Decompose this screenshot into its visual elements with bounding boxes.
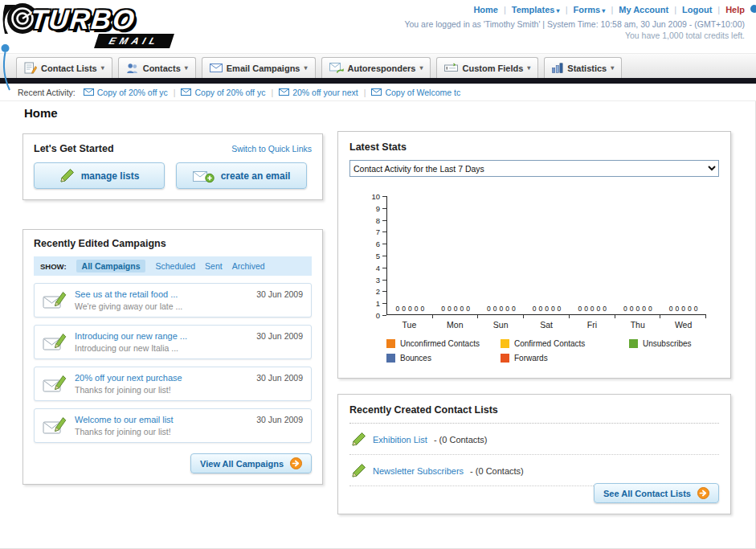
- switch-to-quick-links-link[interactable]: Switch to Quick Links: [231, 144, 312, 154]
- legend-swatch-icon: [501, 339, 509, 348]
- contact-list-link[interactable]: Newsletter Subscribers: [373, 466, 464, 476]
- contact-list-count: - (0 Contacts): [470, 466, 524, 476]
- campaign-title-link[interactable]: Welcome to our email list: [75, 415, 248, 424]
- campaign-title-link[interactable]: Introducing our new range ...: [75, 331, 248, 341]
- topnav-link-logout[interactable]: Logout: [682, 5, 712, 14]
- create-an-email-button[interactable]: create an email: [176, 162, 307, 189]
- chevron-down-icon: ▾: [304, 64, 307, 72]
- top-navigation: Home|Templates ▾|Forms ▾|My Account|Logo…: [473, 5, 745, 14]
- tab-contact-lists[interactable]: Contact Lists▾: [16, 57, 112, 78]
- data-value-label: 0: [533, 305, 537, 313]
- get-started-title: Let's Get Started: [34, 143, 114, 154]
- contact-list-row[interactable]: Newsletter Subscribers- (0 Contacts): [349, 455, 719, 486]
- chart-category-group: 00000: [570, 196, 615, 314]
- activity-item[interactable]: Copy of Welcome tc: [371, 88, 460, 97]
- y-axis-tick-label: 4: [349, 264, 380, 272]
- campaign-row[interactable]: Welcome to our email listThanks for join…: [34, 408, 312, 443]
- y-axis-tick-label: 0: [349, 311, 380, 320]
- chart-plot-area: 00000000000000000000000000000000000: [386, 196, 706, 315]
- tab-custom-fields[interactable]: Custom Fields▾: [436, 57, 538, 78]
- y-axis-tick-label: 5: [349, 252, 380, 260]
- chart-category-group: 00000: [524, 196, 570, 314]
- data-value-label: 0: [487, 305, 491, 313]
- y-axis-tick: [382, 303, 386, 304]
- filter-archived[interactable]: Archived: [232, 261, 265, 271]
- view-all-campaigns-button[interactable]: View All Campaigns: [190, 453, 312, 473]
- data-value-label: 0: [460, 305, 464, 313]
- tab-autoresponders[interactable]: Autoresponders▾: [321, 57, 431, 78]
- campaign-row[interactable]: 20% off your next purchaseThanks for joi…: [34, 367, 312, 401]
- envelope-icon: [181, 88, 191, 96]
- filter-all-campaigns[interactable]: All Campaigns: [76, 260, 146, 272]
- data-value-label: 0: [558, 305, 562, 313]
- campaign-filters: All CampaignsScheduledSentArchived: [76, 260, 265, 272]
- data-value-label: 0: [630, 305, 634, 313]
- campaign-title-link[interactable]: See us at the retail food ...: [75, 289, 248, 299]
- statistics-icon: [552, 63, 563, 73]
- recently-created-contact-lists-panel: Recently Created Contact Lists Exhibitio…: [337, 394, 731, 514]
- filter-scheduled[interactable]: Scheduled: [155, 261, 195, 271]
- campaign-list: See us at the retail food ...We're givin…: [23, 283, 322, 443]
- y-axis-tick-label: 2: [349, 287, 380, 296]
- tab-contacts[interactable]: Contacts▾: [118, 57, 196, 78]
- legend-item: Confirmed Contacts: [501, 339, 629, 348]
- recently-edited-campaigns-panel: Recently Edited Campaigns SHOW: All Camp…: [22, 229, 323, 485]
- contact-list-rows: Exhibition List- (0 Contacts)Newsletter …: [349, 423, 719, 486]
- x-axis-tick: [523, 315, 524, 318]
- campaign-row[interactable]: See us at the retail food ...We're givin…: [34, 283, 312, 318]
- legend-item: Bounces: [386, 354, 501, 363]
- tab-email-campaigns[interactable]: Email Campaigns▾: [202, 57, 316, 78]
- x-axis-label: Wed: [660, 320, 706, 330]
- activity-item[interactable]: 20% off your next: [279, 88, 358, 97]
- tab-statistics[interactable]: Statistics▾: [544, 57, 622, 78]
- see-all-contact-lists-button[interactable]: See All Contact Lists: [594, 483, 719, 503]
- email-campaigns-icon: [210, 64, 223, 72]
- campaign-subtitle: Thanks for joining our list!: [75, 427, 248, 436]
- x-axis-label: Sat: [524, 320, 570, 330]
- activity-item[interactable]: Copy of 20% off yc: [84, 88, 168, 97]
- recent-activity-items: Copy of 20% off yc|Copy of 20% off yc|20…: [84, 88, 460, 97]
- header: TURBO EMAIL Home|Templates ▾|Forms ▾|My …: [0, 0, 756, 53]
- data-value-label: 0: [408, 305, 412, 313]
- contact-list-link[interactable]: Exhibition List: [373, 435, 427, 445]
- topnav-link-home[interactable]: Home: [473, 5, 498, 14]
- data-value-label: 0: [441, 305, 445, 313]
- create-email-label: create an email: [221, 170, 291, 182]
- x-axis-label: Thu: [615, 320, 660, 330]
- chart-category-group: 00000: [387, 196, 433, 314]
- topnav-link-templates[interactable]: Templates ▾: [512, 5, 560, 14]
- contact-list-row[interactable]: Exhibition List- (0 Contacts): [349, 424, 719, 455]
- envelope-icon: [371, 88, 382, 96]
- x-axis-tick: [660, 315, 660, 318]
- topnav-link-my-account[interactable]: My Account: [619, 5, 668, 14]
- envelope-plus-icon: [193, 169, 215, 183]
- campaigns-panel-title: Recently Edited Campaigns: [34, 238, 312, 249]
- campaign-row[interactable]: Introducing our new range ...Introducing…: [34, 325, 312, 359]
- y-axis-tick: [382, 268, 386, 268]
- data-value-label: 0: [584, 305, 588, 313]
- y-axis-tick-label: 7: [349, 227, 380, 236]
- data-value-label: 0: [623, 305, 627, 313]
- data-value-label: 0: [636, 305, 640, 313]
- autoresponders-icon: [329, 63, 344, 74]
- chart-legend: Unconfirmed ContactsConfirmed ContactsUn…: [386, 339, 692, 363]
- topnav-link-forms[interactable]: Forms ▾: [574, 5, 606, 14]
- campaign-date: 30 Jun 2009: [256, 373, 303, 383]
- activity-item[interactable]: Copy of 20% off yc: [181, 88, 265, 97]
- campaign-title-link[interactable]: 20% off your next purchase: [75, 373, 248, 383]
- contact-list-count: - (0 Contacts): [434, 435, 488, 445]
- data-value-label: 0: [466, 305, 470, 313]
- view-all-campaigns-label: View All Campaigns: [200, 459, 284, 469]
- data-value-label: 0: [447, 305, 452, 313]
- manage-lists-button[interactable]: manage lists: [34, 162, 165, 189]
- envelope-pencil-icon: [43, 333, 67, 352]
- arrow-circle-icon: [697, 487, 709, 499]
- campaign-date: 30 Jun 2009: [256, 289, 303, 299]
- logo-subtitle: EMAIL: [94, 34, 174, 48]
- topnav-link-help[interactable]: Help: [725, 5, 745, 14]
- filter-sent[interactable]: Sent: [205, 261, 223, 271]
- pencil-icon: [59, 168, 75, 183]
- stats-period-select[interactable]: Contact Activity for the Last 7 Days: [349, 160, 719, 177]
- nav-tabs: Contact Lists▾Contacts▾Email Campaigns▾A…: [16, 57, 622, 78]
- right-column: Latest Stats Contact Activity for the La…: [337, 131, 731, 514]
